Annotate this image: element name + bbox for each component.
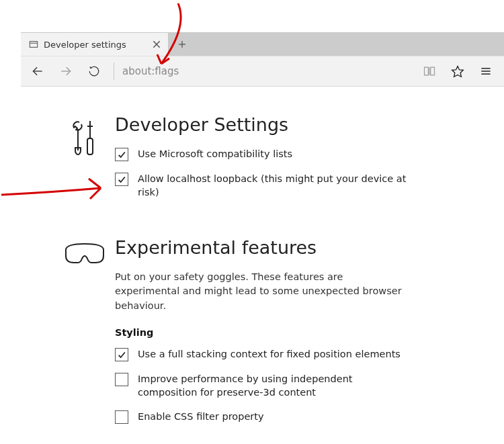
check-label: Use a full stacking context for fixed po… xyxy=(138,347,401,361)
new-tab-button[interactable] xyxy=(169,33,196,56)
check-label: Allow localhost loopback (this might put… xyxy=(138,172,411,199)
close-icon[interactable] xyxy=(152,40,161,49)
checkbox-icon xyxy=(115,148,128,161)
styling-heading: Styling xyxy=(115,327,411,338)
check-localhost-loopback[interactable]: Allow localhost loopback (this might put… xyxy=(115,172,411,199)
svg-rect-0 xyxy=(30,42,37,48)
toolbar: about:flags xyxy=(21,56,504,87)
check-stacking-context[interactable]: Use a full stacking context for fixed po… xyxy=(115,347,411,361)
reading-view-button[interactable] xyxy=(415,56,444,87)
check-css-filter[interactable]: Enable CSS filter property xyxy=(115,410,411,424)
tab-strip: Developer settings xyxy=(21,33,504,56)
section-experimental: Experimental features Put on your safety… xyxy=(21,237,504,444)
back-button[interactable] xyxy=(24,56,52,87)
svg-rect-17 xyxy=(87,138,93,154)
section-developer-settings: Developer Settings Use Microsoft compati… xyxy=(21,114,504,237)
checkbox-icon xyxy=(115,373,128,386)
refresh-button[interactable] xyxy=(80,56,108,87)
tab-title: Developer settings xyxy=(44,40,146,50)
forward-button[interactable] xyxy=(52,56,80,87)
tools-icon xyxy=(54,114,115,161)
section-title: Developer Settings xyxy=(115,114,411,135)
section-description: Put on your safety goggles. These featur… xyxy=(115,270,411,314)
toolbar-separator xyxy=(114,62,114,80)
goggles-icon xyxy=(54,237,115,268)
checkbox-icon xyxy=(115,173,128,186)
address-bar[interactable]: about:flags xyxy=(120,65,415,77)
check-preserve-3d[interactable]: Improve performance by using independent… xyxy=(115,372,411,400)
check-microsoft-compat[interactable]: Use Microsoft compatibility lists xyxy=(115,147,411,161)
svg-marker-9 xyxy=(452,66,464,77)
checkbox-icon xyxy=(115,410,128,424)
menu-button[interactable] xyxy=(472,56,500,87)
check-label: Use Microsoft compatibility lists xyxy=(138,147,292,161)
tab-developer-settings[interactable]: Developer settings xyxy=(21,33,169,56)
section-title: Experimental features xyxy=(115,237,411,258)
favorites-button[interactable] xyxy=(444,56,472,87)
toolbar-right xyxy=(415,56,500,87)
check-label: Enable CSS filter property xyxy=(138,410,264,423)
tab-page-icon xyxy=(29,40,38,49)
check-label: Improve performance by using independent… xyxy=(138,372,411,400)
browser-chrome: Developer settings about:flags xyxy=(21,32,504,87)
checkbox-icon xyxy=(115,348,128,361)
page-content: Developer Settings Use Microsoft compati… xyxy=(21,87,504,444)
